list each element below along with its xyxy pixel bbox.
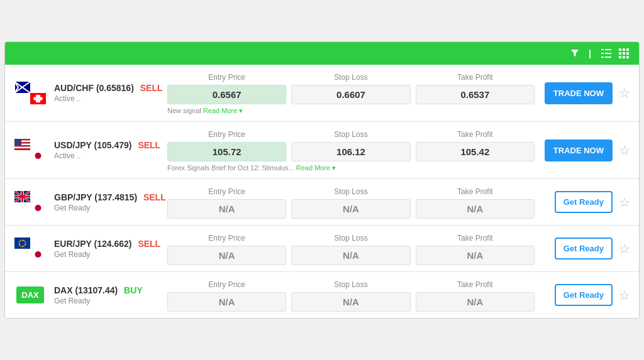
signal-row-dax: DAX DAX (13107.44) BUY Get Ready Entry P… xyxy=(5,272,639,318)
signal-extra-text: Forex Signals Brief for Oct 12: Stimulus… xyxy=(167,164,535,172)
action-area: TRADE NOW ☆ xyxy=(542,82,630,104)
price-labels: Entry Price Stop Loss Take Profit xyxy=(167,278,535,290)
pair-symbol: DAX (13107.44) xyxy=(54,285,118,295)
price-section: Entry Price Stop Loss Take Profit 0.6567… xyxy=(167,71,535,115)
pair-info: USD/JPY (105.479) SELL Active .. xyxy=(54,140,167,160)
flag-icon-eur-jpy: ★★★★★★★★★★★★ xyxy=(14,236,47,261)
svg-point-17 xyxy=(35,153,42,159)
entry-price-label-col: Entry Price xyxy=(167,278,286,290)
stop-loss-value: 106.12 xyxy=(291,142,410,161)
all-signals-filter[interactable] xyxy=(569,50,579,57)
pair-status: Get Ready xyxy=(54,250,167,259)
pair-name: EUR/JPY (124.662) SELL xyxy=(54,239,167,249)
price-labels: Entry Price Stop Loss Take Profit xyxy=(167,71,535,82)
action-area: Get Ready ☆ xyxy=(542,191,630,213)
stop-loss-label: Stop Loss xyxy=(334,187,367,196)
price-values: 0.6567 0.6607 0.6537 xyxy=(167,85,535,104)
pair-status: Active .. xyxy=(54,94,167,103)
price-section: Entry Price Stop Loss Take Profit 105.72… xyxy=(167,128,535,172)
pair-status: Get Ready xyxy=(54,204,167,212)
stop-loss-label: Stop Loss xyxy=(334,234,367,243)
favorite-star-icon[interactable]: ☆ xyxy=(619,85,630,101)
pair-info: AUD/CHF (0.65816) SELL Active .. xyxy=(54,83,167,103)
favorite-star-icon[interactable]: ☆ xyxy=(619,143,630,158)
take-profit-value: N/A xyxy=(416,246,535,265)
stop-loss-label: Stop Loss xyxy=(334,73,367,82)
pair-info: GBP/JPY (137.4815) SELL Get Ready xyxy=(54,192,167,212)
read-more-link[interactable]: Read More ▾ xyxy=(203,107,243,114)
entry-price-label-col: Entry Price xyxy=(167,128,286,139)
signal-type-label: SELL xyxy=(143,192,166,202)
dax-badge: DAX xyxy=(16,286,43,303)
pair-name: AUD/CHF (0.65816) SELL xyxy=(54,83,167,93)
trade-now-button[interactable]: TRADE NOW xyxy=(545,139,613,161)
entry-price-label: Entry Price xyxy=(208,187,245,196)
favorite-star-icon[interactable]: ☆ xyxy=(619,288,630,303)
stop-loss-value: 0.6607 xyxy=(291,85,410,104)
take-profit-value: 0.6537 xyxy=(416,85,535,104)
svg-rect-6 xyxy=(34,97,43,101)
action-area: Get Ready ☆ xyxy=(542,284,630,306)
signal-type-label: SELL xyxy=(140,83,163,93)
price-values: N/A N/A N/A xyxy=(167,246,535,265)
signal-extra-text: New signal Read More ▾ xyxy=(167,107,535,115)
stop-loss-value: N/A xyxy=(291,292,410,312)
list-view-icon[interactable] xyxy=(601,48,611,58)
entry-price-label-col: Entry Price xyxy=(167,71,286,82)
flag-icon-dax: DAX xyxy=(14,283,47,308)
get-ready-button[interactable]: Get Ready xyxy=(555,284,613,306)
take-profit-label-col: Take Profit xyxy=(416,278,535,290)
favorite-star-icon[interactable]: ☆ xyxy=(619,241,630,256)
signal-row-eur-jpy: ★★★★★★★★★★★★ EUR/JPY (124.662) SELL Get … xyxy=(5,226,639,272)
stop-loss-label: Stop Loss xyxy=(334,130,367,139)
signal-type-label: SELL xyxy=(138,140,160,150)
widget-header: | xyxy=(5,42,639,65)
flag-icon-gbp-jpy xyxy=(14,190,47,215)
stop-loss-value: N/A xyxy=(291,246,410,265)
signals-container: AUD/CHF (0.65816) SELL Active .. Entry P… xyxy=(5,65,639,318)
stop-loss-value: N/A xyxy=(291,199,410,219)
flag-icon-usd-jpy xyxy=(14,138,47,163)
signal-type-label: SELL xyxy=(138,239,160,249)
pair-symbol: USD/JPY (105.479) xyxy=(54,140,131,150)
trade-now-button[interactable]: TRADE NOW xyxy=(545,82,613,104)
stop-loss-label-col: Stop Loss xyxy=(291,71,410,82)
price-values: N/A N/A N/A xyxy=(167,292,535,312)
svg-text:★: ★ xyxy=(19,239,22,242)
price-values: N/A N/A N/A xyxy=(167,199,535,219)
pair-status: Active .. xyxy=(54,151,167,160)
price-section: Entry Price Stop Loss Take Profit N/A N/… xyxy=(167,278,535,312)
take-profit-value: 105.42 xyxy=(416,142,535,161)
stop-loss-label-col: Stop Loss xyxy=(291,128,410,139)
action-area: TRADE NOW ☆ xyxy=(542,139,630,161)
entry-price-label: Entry Price xyxy=(208,234,245,243)
svg-rect-15 xyxy=(14,139,21,145)
get-ready-button[interactable]: Get Ready xyxy=(555,191,613,213)
pair-info: DAX (13107.44) BUY Get Ready xyxy=(54,285,167,305)
entry-price-label: Entry Price xyxy=(208,73,245,82)
pair-status: Get Ready xyxy=(54,297,167,305)
grid-view-icon[interactable] xyxy=(619,48,629,58)
favorite-star-icon[interactable]: ☆ xyxy=(619,195,630,210)
signal-type-label: BUY xyxy=(124,285,143,295)
read-more-link[interactable]: Read More ▾ xyxy=(296,164,336,172)
entry-price-label-col: Entry Price xyxy=(167,232,286,243)
stop-loss-label-col: Stop Loss xyxy=(291,278,410,290)
take-profit-label-col: Take Profit xyxy=(416,185,535,197)
take-profit-label: Take Profit xyxy=(457,130,493,139)
entry-price-value: N/A xyxy=(167,292,286,312)
svg-point-44 xyxy=(35,251,42,258)
price-labels: Entry Price Stop Loss Take Profit xyxy=(167,232,535,243)
action-area: Get Ready ☆ xyxy=(542,237,630,259)
svg-rect-12 xyxy=(14,145,30,147)
get-ready-button[interactable]: Get Ready xyxy=(555,237,613,259)
take-profit-value: N/A xyxy=(416,292,535,312)
signal-row-aud-chf: AUD/CHF (0.65816) SELL Active .. Entry P… xyxy=(5,65,639,122)
take-profit-label: Take Profit xyxy=(457,280,493,289)
take-profit-label: Take Profit xyxy=(457,187,493,196)
price-values: 105.72 106.12 105.42 xyxy=(167,142,535,161)
pair-name: GBP/JPY (137.4815) SELL xyxy=(54,192,167,202)
live-signals-widget: | xyxy=(4,41,640,319)
pair-name: DAX (13107.44) BUY xyxy=(54,285,167,295)
svg-rect-14 xyxy=(14,148,30,150)
